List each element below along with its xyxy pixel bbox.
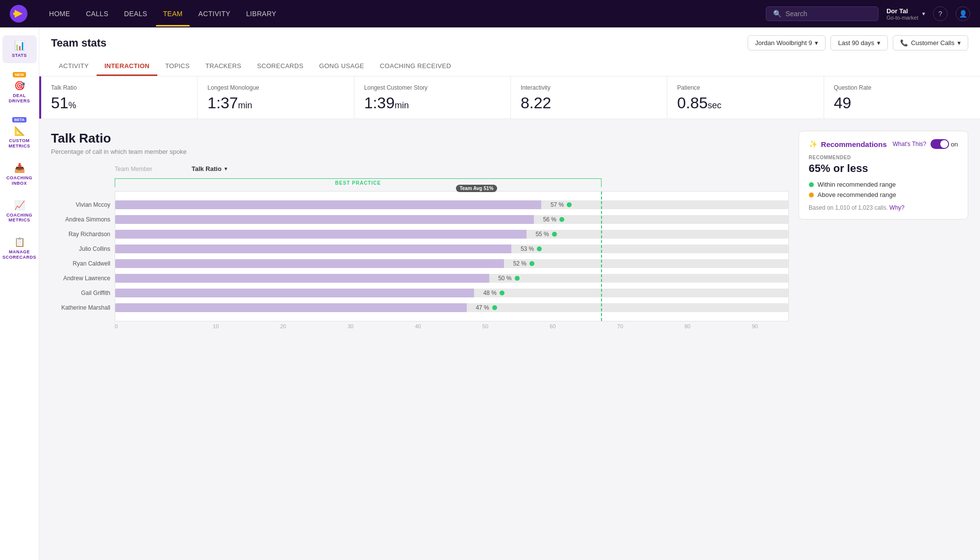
tabs: ACTIVITY INTERACTION TOPICS TRACKERS SCO… xyxy=(51,57,968,76)
filter-period-btn[interactable]: Last 90 days ▾ xyxy=(830,35,888,50)
bar-track: 48 % xyxy=(115,289,788,297)
search-input[interactable] xyxy=(785,10,871,18)
bar-fill: 52 % xyxy=(115,259,504,268)
nav-home[interactable]: HOME xyxy=(42,6,77,22)
search-icon: 🔍 xyxy=(773,10,781,18)
toggle-label: on xyxy=(951,141,958,148)
sidebar-item-coaching-inbox[interactable]: 📥 COACHING INBOX xyxy=(2,158,37,191)
metric-card-2: Longest Customer Story 1:39min xyxy=(354,76,511,119)
sidebar-label-coaching-inbox: COACHING INBOX xyxy=(6,175,33,186)
content-header: Team stats Jordan Woolbright 9 ▾ Last 90… xyxy=(39,27,980,76)
svg-point-2 xyxy=(13,12,16,15)
sidebar-item-stats[interactable]: 📊 STATS xyxy=(2,35,37,63)
col2-label[interactable]: Talk Ratio ▼ xyxy=(192,165,228,172)
legend-yellow: Above recommended range xyxy=(809,191,958,198)
filter-period-label: Last 90 days xyxy=(838,39,874,47)
tab-scorecards[interactable]: SCORECARDS xyxy=(249,57,311,76)
chart-section: Team Member Talk Ratio ▼ BEST PRACTICE xyxy=(51,165,789,329)
axis-label: 80 xyxy=(654,323,721,329)
nav-deals[interactable]: DEALS xyxy=(117,6,154,22)
tab-trackers[interactable]: TRACKERS xyxy=(198,57,249,76)
metric-label-4: Patience xyxy=(677,84,813,91)
metric-value-4: 0.85sec xyxy=(677,95,813,111)
main-content: Team stats Jordan Woolbright 9 ▾ Last 90… xyxy=(39,27,980,560)
tab-coaching-received[interactable]: COACHING RECEIVED xyxy=(372,57,459,76)
toggle-track[interactable] xyxy=(930,139,949,149)
nav-calls[interactable]: CALLS xyxy=(79,6,115,22)
axis-label: 70 xyxy=(586,323,653,329)
tab-interaction[interactable]: INTERACTION xyxy=(97,57,157,76)
chevron-down-icon: ▾ xyxy=(922,10,925,17)
metric-value-0: 51% xyxy=(51,95,187,111)
bar-pct-label: 55 % xyxy=(535,231,549,238)
sidebar-item-custom-metrics[interactable]: BETA 📐 CUSTOM METRICS xyxy=(2,112,37,154)
bar-pct-label: 57 % xyxy=(551,201,564,208)
nav-team[interactable]: TEAM xyxy=(156,6,189,22)
metric-card-4: Patience 0.85sec xyxy=(667,76,824,119)
nav-activity[interactable]: ACTIVITY xyxy=(192,6,237,22)
nav-right: 🔍 Dor Tal Go-to-market ▾ ? 👤 xyxy=(766,6,970,21)
deal-drivers-icon: 🎯 xyxy=(14,80,25,91)
metric-unit-2: min xyxy=(395,100,409,110)
bar-track: 52 % xyxy=(115,259,788,268)
sort-icon: ▼ xyxy=(224,166,228,171)
sidebar-label-coaching-metrics: COACHING METRICS xyxy=(6,213,33,223)
bar-dot xyxy=(529,261,534,266)
profile-icon[interactable]: 👤 xyxy=(955,6,970,21)
table-row: Julio Collins53 % xyxy=(115,243,788,255)
bar-pct-label: 48 % xyxy=(483,290,497,296)
filter-team-btn[interactable]: Jordan Woolbright 9 ▾ xyxy=(748,35,826,50)
bar-fill: 56 % xyxy=(115,215,534,224)
custom-metrics-icon: 📐 xyxy=(14,125,25,136)
best-practice-label: BEST PRACTICE xyxy=(335,180,381,186)
member-name: Julio Collins xyxy=(51,245,110,252)
axis-label: 0 xyxy=(115,323,182,329)
filter-calls-label: Customer Calls xyxy=(911,39,955,47)
tab-activity[interactable]: ACTIVITY xyxy=(51,57,97,76)
header-controls: Jordan Woolbright 9 ▾ Last 90 days ▾ 📞 C… xyxy=(748,35,968,50)
gong-logo[interactable] xyxy=(10,5,27,23)
help-icon[interactable]: ? xyxy=(933,6,948,21)
bar-pct-label: 47 % xyxy=(476,304,489,311)
user-name: Dor Tal xyxy=(886,7,918,15)
bar-dot xyxy=(567,202,572,207)
bar-fill: 55 % xyxy=(115,230,527,239)
col1-label: Team Member xyxy=(115,166,152,172)
coaching-inbox-icon: 📥 xyxy=(14,163,25,173)
user-area[interactable]: Dor Tal Go-to-market ▾ xyxy=(886,7,925,21)
table-row: Ryan Caldwell52 % xyxy=(115,257,788,270)
rec-value: 65% or less xyxy=(809,162,958,175)
metric-card-5: Question Rate 49 xyxy=(824,76,980,119)
why-link[interactable]: Why? xyxy=(889,204,905,211)
sidebar-item-manage-scorecards[interactable]: 📋 MANAGE SCORECARDS xyxy=(2,232,37,265)
bar-dot xyxy=(559,217,564,222)
top-nav: HOME CALLS DEALS TEAM ACTIVITY LIBRARY 🔍… xyxy=(0,0,980,27)
bar-track: 50 % xyxy=(115,274,788,283)
bar-fill: 47 % xyxy=(115,303,467,312)
sidebar-label-stats: STATS xyxy=(12,53,27,58)
stats-icon: 📊 xyxy=(14,40,25,51)
whats-this-link[interactable]: What's This? xyxy=(893,141,927,147)
table-row: Katherine Marshall47 % xyxy=(115,301,788,314)
nav-library[interactable]: LIBRARY xyxy=(239,6,283,22)
bar-track: 47 % xyxy=(115,303,788,312)
metric-card-0: Talk Ratio 51% xyxy=(39,76,198,119)
logo-area xyxy=(10,5,27,23)
filter-calls-btn[interactable]: 📞 Customer Calls ▾ xyxy=(893,35,968,50)
search-bar[interactable]: 🔍 xyxy=(766,6,879,21)
bars-area: Team Avg 51% Vivian Mccoy57 %Andrea Simm… xyxy=(115,191,789,321)
bar-pct-label: 52 % xyxy=(513,260,527,267)
bar-dot xyxy=(552,232,557,237)
metric-value-1: 1:37min xyxy=(207,95,344,111)
sidebar-item-deal-drivers[interactable]: NEW 🎯 DEAL DRIVERS xyxy=(2,67,37,109)
axis-label: 40 xyxy=(384,323,452,329)
tab-topics[interactable]: TOPICS xyxy=(157,57,198,76)
sidebar-item-coaching-metrics[interactable]: 📈 COACHING METRICS xyxy=(2,195,37,228)
member-name: Vivian Mccoy xyxy=(51,201,110,208)
metric-value-2: 1:39min xyxy=(364,95,501,111)
toggle-switch[interactable]: on xyxy=(930,139,958,149)
metric-label-3: Interactivity xyxy=(521,84,657,91)
metric-card-1: Longest Monologue 1:37min xyxy=(198,76,354,119)
tab-gong-usage[interactable]: GONG USAGE xyxy=(311,57,372,76)
member-name: Ray Richardson xyxy=(51,231,110,238)
